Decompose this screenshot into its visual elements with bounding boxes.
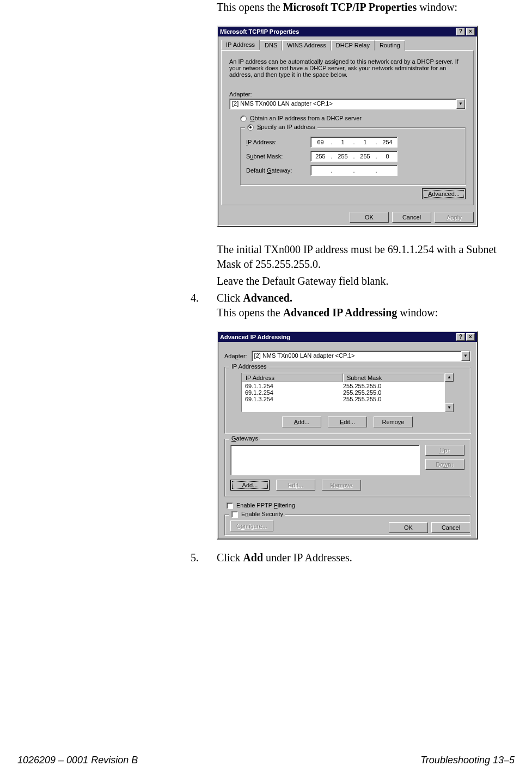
ip-addresses-legend: IP Addresses xyxy=(229,363,269,370)
gateways-list[interactable] xyxy=(230,445,420,475)
advanced-button[interactable]: Advanced... xyxy=(422,188,466,199)
tab-panel: An IP address can be automatically assig… xyxy=(221,50,474,205)
col-ip[interactable]: IP Address xyxy=(242,373,343,382)
list-item: 69.1.3.254255.255.255.0 xyxy=(242,396,444,402)
radio-dhcp[interactable]: Obtain an IP address from a DHCP server xyxy=(240,115,466,122)
adapter-value: [2] NMS TXn000 LAN adapter <CP.1> xyxy=(252,351,461,361)
tab-routing[interactable]: Routing xyxy=(375,40,405,51)
tab-ip-address[interactable]: IP Address xyxy=(221,40,260,50)
description-text: An IP address can be automatically assig… xyxy=(229,58,466,78)
dialog-title: Advanced IP Addressing xyxy=(220,334,455,340)
ip-list[interactable]: 69.1.1.254255.255.255.0 69.1.2.254255.25… xyxy=(242,382,444,412)
scrollbar[interactable]: ▲ ▼ xyxy=(445,373,454,412)
intro-line: This opens the Microsoft TCP/IP Properti… xyxy=(217,0,501,15)
scroll-up-icon[interactable]: ▲ xyxy=(445,373,454,382)
remove-button[interactable]: Remove xyxy=(374,416,413,427)
cancel-button[interactable]: Cancel xyxy=(392,212,431,223)
col-mask[interactable]: Subnet Mask xyxy=(343,373,444,382)
step-4-number: 4. xyxy=(191,291,217,305)
ok-button[interactable]: OK xyxy=(350,212,389,223)
help-icon[interactable]: ? xyxy=(456,28,465,35)
adapter-combobox[interactable]: [2] NMS TXn000 LAN adapter <CP.1> ▼ xyxy=(252,351,470,362)
add-button[interactable]: Add... xyxy=(282,416,321,427)
tab-strip: IP Address DNS WINS Address DHCP Relay R… xyxy=(218,36,477,50)
subnet-mask-label: Subnet Mask: xyxy=(246,153,306,160)
apply-button[interactable]: Apply xyxy=(435,212,474,223)
list-item: 69.1.2.254255.255.255.0 xyxy=(242,389,444,396)
adapter-value: [2] NMS TXn000 LAN adapter <CP.1> xyxy=(230,99,456,109)
gw-add-button[interactable]: Add... xyxy=(230,480,270,491)
note-ip: The initial TXn000 IP address must be 69… xyxy=(217,242,501,272)
chevron-down-icon[interactable]: ▼ xyxy=(456,99,465,109)
list-header: IP Address Subnet Mask xyxy=(242,373,444,382)
adapter-combobox[interactable]: [2] NMS TXn000 LAN adapter <CP.1> ▼ xyxy=(229,99,466,109)
pptp-checkbox[interactable]: Enable PPTP Filtering xyxy=(227,502,468,509)
configure-button[interactable]: Configure... xyxy=(230,520,273,531)
adapter-label: Adapter: xyxy=(229,91,466,97)
default-gateway-field[interactable]: . . . xyxy=(310,165,398,176)
gw-remove-button[interactable]: Remove xyxy=(322,480,361,491)
gateways-legend: Gateways xyxy=(229,435,260,442)
close-icon[interactable]: × xyxy=(466,28,475,35)
advanced-ip-dialog: Advanced IP Addressing ? × Adapter: [2] … xyxy=(217,331,478,540)
list-item: 69.1.1.254255.255.255.0 xyxy=(242,383,444,389)
step-4-result: This opens the Advanced IP Addressing wi… xyxy=(217,305,501,320)
step-4-text: Click Advanced. xyxy=(217,291,501,305)
page-footer: 1026209 – 0001 Revision B Troubleshootin… xyxy=(17,755,515,766)
close-icon[interactable]: × xyxy=(466,333,475,341)
note-gateway: Leave the Default Gateway field blank. xyxy=(217,274,501,289)
dialog-button-row: OK Cancel Apply xyxy=(218,209,477,226)
ip-address-field[interactable]: 69. 1. 1. 254 xyxy=(310,137,398,148)
up-button[interactable]: Up↑ xyxy=(425,445,464,456)
down-button[interactable]: Down↓ xyxy=(425,459,464,470)
chevron-down-icon[interactable]: ▼ xyxy=(461,351,470,361)
tab-dns[interactable]: DNS xyxy=(260,40,282,51)
footer-right: Troubleshooting 13–5 xyxy=(420,755,515,766)
titlebar[interactable]: Microsoft TCP/IP Properties ? × xyxy=(218,27,477,36)
enable-security-checkbox[interactable]: Enable Security xyxy=(229,511,285,518)
tcpip-properties-dialog: Microsoft TCP/IP Properties ? × IP Addre… xyxy=(217,26,478,227)
tab-dhcp-relay[interactable]: DHCP Relay xyxy=(331,40,375,51)
step-5-text: Click Add under IP Addresses. xyxy=(217,550,501,565)
tab-wins[interactable]: WINS Address xyxy=(282,40,331,51)
subnet-mask-field[interactable]: 255. 255. 255. 0 xyxy=(310,151,398,162)
adapter-label: Adapter: xyxy=(224,353,247,359)
scroll-down-icon[interactable]: ▼ xyxy=(445,403,454,412)
step-5-number: 5. xyxy=(191,550,217,565)
ip-address-label: IP Address: xyxy=(246,139,306,145)
edit-button[interactable]: Edit... xyxy=(328,416,367,427)
default-gateway-label: Default Gateway: xyxy=(246,167,306,174)
titlebar[interactable]: Advanced IP Addressing ? × xyxy=(218,332,477,342)
help-icon[interactable]: ? xyxy=(456,333,465,341)
radio-specify[interactable]: Specify an IP address xyxy=(245,124,317,131)
footer-left: 1026209 – 0001 Revision B xyxy=(17,755,138,766)
dialog-title: Microsoft TCP/IP Properties xyxy=(220,28,455,35)
gw-edit-button[interactable]: Edit... xyxy=(276,480,315,491)
